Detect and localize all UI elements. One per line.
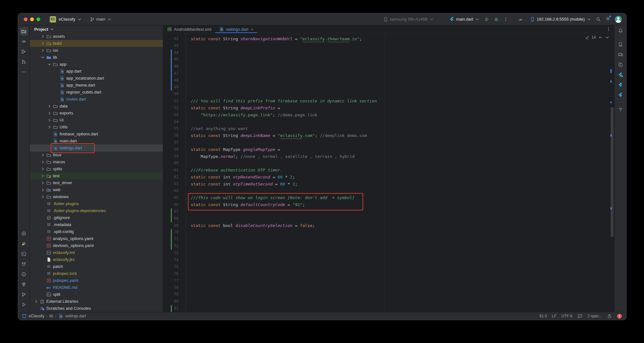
user-avatar[interactable] (615, 16, 622, 23)
tool-stripe-version-control[interactable] (20, 290, 28, 299)
tree-item-ui[interactable]: Ui (30, 117, 163, 124)
tree-item-routes-dart[interactable]: routes.dart (30, 96, 163, 103)
tool-stripe-logcat[interactable] (20, 260, 28, 268)
tool-stripe-device-explorer[interactable] (616, 61, 625, 69)
tree-item-splits[interactable]: splits (30, 165, 163, 172)
tool-stripe-flutter-outline[interactable] (616, 81, 625, 89)
chevron-right-icon[interactable] (40, 41, 45, 46)
tree-item-test[interactable]: test (30, 172, 163, 179)
breadcrumb-dir[interactable]: lib (49, 314, 53, 318)
tree-item-test-driver[interactable]: test_driver (30, 179, 163, 186)
breadcrumb-file[interactable]: settings.dart (65, 314, 86, 318)
chevron-right-icon[interactable] (47, 104, 52, 109)
chevron-right-icon[interactable] (40, 152, 45, 158)
tool-stripe-structure[interactable] (20, 48, 28, 56)
code-content[interactable]: static const String shareNavigationWebUr… (191, 36, 602, 312)
tool-stripe-device-mirror[interactable] (616, 50, 625, 59)
tree-item-metadata[interactable]: .metadata (30, 221, 163, 228)
chevron-right-icon[interactable] (47, 111, 52, 116)
branch-selector[interactable]: main (90, 17, 112, 22)
tab-androidmanifest-xml[interactable]: MAndroidManifest.xml (163, 25, 215, 33)
unlocked-icon[interactable] (607, 314, 612, 319)
tree-item-eclassify-jks[interactable]: eclassify.jks (30, 256, 163, 263)
tool-stripe-services[interactable] (20, 230, 28, 238)
tree-item-gitignore[interactable]: .gitignore (30, 214, 163, 221)
tree-item-pubspec-lock[interactable]: pubspec.lock (30, 270, 163, 277)
prev-problem-icon[interactable] (598, 35, 603, 40)
tree-item-analysis-options-yaml[interactable]: Yanalysis_options.yaml (30, 235, 163, 242)
tree-item-app-theme-dart[interactable]: app_theme.dart (30, 82, 163, 89)
tree-item-eclassify-iml[interactable]: eclassify.iml (30, 249, 163, 256)
chevron-right-icon[interactable] (40, 34, 45, 39)
tree-item-linux[interactable]: linux (30, 152, 163, 159)
tree-item-build[interactable]: *build (30, 40, 163, 47)
profiler-icon[interactable] (518, 17, 523, 22)
tree-item-exports[interactable]: exports (30, 110, 163, 117)
tree-item-app-dart[interactable]: app.dart (30, 68, 163, 75)
tool-stripe-pull-requests[interactable] (20, 58, 28, 66)
chevron-right-icon[interactable] (47, 118, 52, 123)
tree-item-utils[interactable]: Utils (30, 124, 163, 131)
search-everywhere-icon[interactable] (596, 17, 601, 22)
tab-options-icon[interactable] (606, 27, 611, 32)
tree-item-macos[interactable]: macos (30, 159, 163, 165)
tree-item-external-libraries[interactable]: External Libraries (30, 298, 163, 305)
mirror-device-selector[interactable]: 192.168.2.6:5555 (mobile) (530, 17, 591, 22)
tree-item-pubspec-yaml[interactable]: Ypubspec.yaml (30, 277, 163, 284)
tree-item-readme-md[interactable]: MREADME.md (30, 284, 163, 291)
tree-item-flutter-plugins-dependencies[interactable]: .flutter-plugins-dependencies (30, 207, 163, 214)
tree-item-firebase-options-dart[interactable]: firebase_options.dart (30, 131, 163, 138)
zoom-window-button[interactable] (36, 17, 40, 21)
tool-stripe-network-wifi[interactable] (616, 105, 625, 113)
tree-item-register-cubits-dart[interactable]: register_cubits.dart (30, 89, 163, 96)
tool-stripe-notifications[interactable] (616, 27, 625, 35)
tree-item-flutter-plugins[interactable]: .flutter-plugins (30, 200, 163, 207)
breadcrumb-project[interactable]: eClassify (29, 314, 44, 318)
file-encoding[interactable]: UTF-8 (562, 314, 572, 318)
tool-stripe-app-inspection[interactable] (20, 280, 28, 288)
tool-stripe-flutter-performance[interactable] (616, 91, 625, 99)
tree-item-ios[interactable]: ios (30, 47, 163, 54)
tree-item-assets[interactable]: assets (30, 33, 163, 40)
chevron-down-icon[interactable] (47, 62, 52, 67)
chevron-right-icon[interactable] (40, 48, 45, 53)
tree-item-patch[interactable]: patch (30, 263, 163, 270)
tool-stripe-app-insights[interactable] (20, 240, 28, 248)
tree-item-app-localization-dart[interactable]: app_localization.dart (30, 75, 163, 82)
project-selector[interactable]: eClassify (59, 17, 82, 22)
tool-stripe-flutter-inspector[interactable] (616, 71, 625, 79)
inspections-widget[interactable]: 14 (585, 34, 610, 41)
more-actions-icon[interactable] (503, 17, 508, 22)
tool-stripe-running-devices[interactable] (616, 40, 625, 49)
tree-item-windows[interactable]: windows (30, 193, 163, 200)
device-selector[interactable]: samsung SM-A146B (383, 17, 434, 22)
error-indicator-badge[interactable]: ! (617, 314, 622, 319)
chevron-right-icon[interactable] (34, 299, 39, 304)
chevron-right-icon[interactable] (40, 194, 45, 199)
tree-item-settings-dart[interactable]: settings.dart (30, 145, 163, 152)
next-problem-icon[interactable] (605, 35, 610, 40)
tree-item-data[interactable]: data (30, 103, 163, 110)
run-button[interactable] (484, 17, 489, 22)
minimize-window-button[interactable] (30, 17, 34, 21)
close-tab-icon[interactable]: × (251, 27, 254, 32)
run-config-selector[interactable]: main.dart (449, 17, 480, 22)
settings-button[interactable] (605, 16, 610, 22)
code-editor[interactable]: 4243444546474849505152535455565758596061… (163, 33, 614, 312)
chevron-right-icon[interactable] (40, 173, 45, 178)
chevron-right-icon[interactable] (47, 125, 52, 130)
indent-setting[interactable]: 2 spac... (588, 314, 602, 318)
project-panel-header[interactable]: Project (30, 25, 163, 33)
chevron-right-icon[interactable] (40, 159, 45, 165)
chevron-down-icon[interactable] (40, 55, 45, 60)
chevron-right-icon[interactable] (40, 166, 45, 172)
tool-stripe-terminal[interactable] (20, 250, 28, 258)
tree-item-split[interactable]: split (30, 291, 163, 298)
tree-item-web[interactable]: web (30, 186, 163, 193)
tree-item-app[interactable]: app (30, 61, 163, 68)
tool-stripe-project[interactable] (20, 27, 28, 36)
tab-settings-dart[interactable]: settings.dart× (215, 25, 257, 33)
tool-stripe-commit[interactable] (20, 37, 28, 46)
caret-position[interactable]: 81:3 (539, 314, 547, 318)
tool-stripe-run[interactable] (20, 301, 28, 309)
